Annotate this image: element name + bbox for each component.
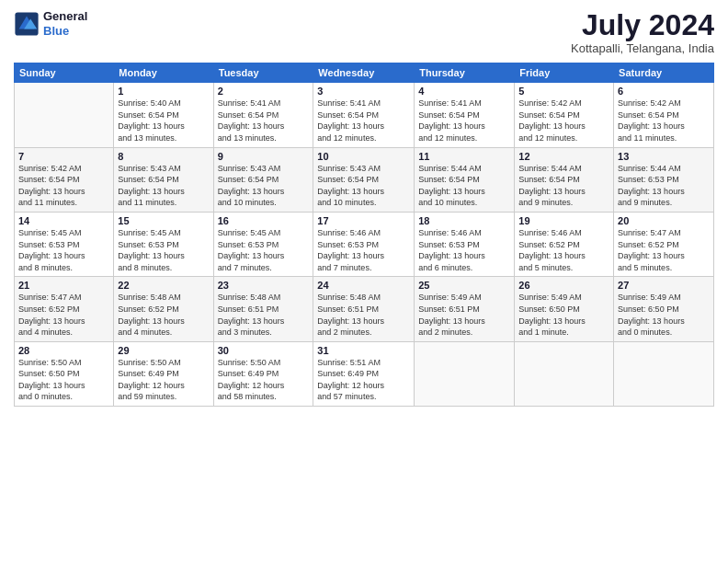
calendar-cell: 17Sunrise: 5:46 AMSunset: 6:53 PMDayligh…	[313, 212, 415, 276]
calendar-day-header: Sunday	[15, 63, 114, 83]
day-number: 26	[518, 280, 609, 291]
day-info: Sunrise: 5:50 AMSunset: 6:50 PMDaylight:…	[18, 357, 109, 403]
calendar-cell: 24Sunrise: 5:48 AMSunset: 6:51 PMDayligh…	[313, 277, 415, 341]
day-info: Sunrise: 5:45 AMSunset: 6:53 PMDaylight:…	[218, 227, 310, 273]
calendar-cell: 13Sunrise: 5:44 AMSunset: 6:53 PMDayligh…	[614, 147, 714, 212]
day-number: 18	[418, 215, 510, 226]
day-number: 3	[317, 86, 410, 97]
day-number: 10	[317, 151, 410, 162]
day-number: 21	[18, 280, 109, 291]
day-info: Sunrise: 5:47 AMSunset: 6:52 PMDaylight:…	[18, 292, 109, 338]
calendar-day-header: Thursday	[415, 63, 515, 83]
day-info: Sunrise: 5:50 AMSunset: 6:49 PMDaylight:…	[218, 357, 310, 403]
calendar-header-row: SundayMondayTuesdayWednesdayThursdayFrid…	[15, 63, 714, 83]
page: General Blue July 2024 Kottapalli, Telan…	[0, 0, 728, 563]
logo: General Blue	[14, 9, 87, 38]
day-number: 2	[218, 86, 310, 97]
calendar-week-row: 21Sunrise: 5:47 AMSunset: 6:52 PMDayligh…	[15, 277, 714, 341]
day-info: Sunrise: 5:41 AMSunset: 6:54 PMDaylight:…	[218, 98, 310, 144]
calendar-cell: 28Sunrise: 5:50 AMSunset: 6:50 PMDayligh…	[15, 341, 114, 406]
logo-text: General Blue	[43, 9, 87, 38]
calendar-cell	[515, 341, 614, 406]
day-info: Sunrise: 5:40 AMSunset: 6:54 PMDaylight:…	[118, 98, 209, 144]
calendar-cell: 9Sunrise: 5:43 AMSunset: 6:54 PMDaylight…	[213, 147, 313, 212]
day-info: Sunrise: 5:44 AMSunset: 6:54 PMDaylight:…	[518, 163, 609, 209]
calendar-cell: 1Sunrise: 5:40 AMSunset: 6:54 PMDaylight…	[114, 83, 213, 147]
day-number: 6	[618, 86, 710, 97]
day-number: 28	[18, 345, 109, 356]
day-number: 8	[118, 151, 209, 162]
day-info: Sunrise: 5:48 AMSunset: 6:51 PMDaylight:…	[218, 292, 310, 338]
calendar-cell: 2Sunrise: 5:41 AMSunset: 6:54 PMDaylight…	[213, 83, 313, 147]
day-number: 9	[218, 151, 310, 162]
day-number: 11	[418, 151, 510, 162]
calendar-cell: 23Sunrise: 5:48 AMSunset: 6:51 PMDayligh…	[213, 277, 313, 341]
title-block: July 2024 Kottapalli, Telangana, India	[571, 9, 714, 55]
day-info: Sunrise: 5:42 AMSunset: 6:54 PMDaylight:…	[518, 98, 609, 144]
calendar-cell: 26Sunrise: 5:49 AMSunset: 6:50 PMDayligh…	[515, 277, 614, 341]
day-info: Sunrise: 5:50 AMSunset: 6:49 PMDaylight:…	[118, 357, 209, 403]
day-number: 24	[317, 280, 410, 291]
logo-line1: General	[43, 9, 87, 24]
calendar-cell	[15, 83, 114, 147]
day-number: 15	[118, 215, 209, 226]
day-number: 19	[518, 215, 609, 226]
day-number: 31	[317, 345, 410, 356]
day-info: Sunrise: 5:42 AMSunset: 6:54 PMDaylight:…	[618, 98, 710, 144]
day-number: 22	[118, 280, 209, 291]
day-number: 14	[18, 215, 109, 226]
day-info: Sunrise: 5:45 AMSunset: 6:53 PMDaylight:…	[118, 227, 209, 273]
calendar-cell: 4Sunrise: 5:41 AMSunset: 6:54 PMDaylight…	[415, 83, 515, 147]
calendar-cell: 21Sunrise: 5:47 AMSunset: 6:52 PMDayligh…	[15, 277, 114, 341]
day-info: Sunrise: 5:43 AMSunset: 6:54 PMDaylight:…	[218, 163, 310, 209]
calendar-cell: 22Sunrise: 5:48 AMSunset: 6:52 PMDayligh…	[114, 277, 213, 341]
day-info: Sunrise: 5:49 AMSunset: 6:50 PMDaylight:…	[618, 292, 710, 338]
logo-line2: Blue	[43, 24, 69, 38]
day-number: 16	[218, 215, 310, 226]
calendar-cell: 29Sunrise: 5:50 AMSunset: 6:49 PMDayligh…	[114, 341, 213, 406]
calendar-cell: 6Sunrise: 5:42 AMSunset: 6:54 PMDaylight…	[614, 83, 714, 147]
calendar-week-row: 28Sunrise: 5:50 AMSunset: 6:50 PMDayligh…	[15, 341, 714, 406]
calendar-week-row: 14Sunrise: 5:45 AMSunset: 6:53 PMDayligh…	[15, 212, 714, 276]
calendar-day-header: Wednesday	[313, 63, 415, 83]
day-number: 17	[317, 215, 410, 226]
day-info: Sunrise: 5:43 AMSunset: 6:54 PMDaylight:…	[317, 163, 410, 209]
calendar-day-header: Saturday	[614, 63, 714, 83]
day-number: 20	[618, 215, 710, 226]
day-info: Sunrise: 5:44 AMSunset: 6:54 PMDaylight:…	[418, 163, 510, 209]
calendar-cell: 20Sunrise: 5:47 AMSunset: 6:52 PMDayligh…	[614, 212, 714, 276]
calendar-cell: 10Sunrise: 5:43 AMSunset: 6:54 PMDayligh…	[313, 147, 415, 212]
calendar-cell: 18Sunrise: 5:46 AMSunset: 6:53 PMDayligh…	[415, 212, 515, 276]
day-info: Sunrise: 5:46 AMSunset: 6:53 PMDaylight:…	[418, 227, 510, 273]
calendar-cell: 27Sunrise: 5:49 AMSunset: 6:50 PMDayligh…	[614, 277, 714, 341]
day-number: 30	[218, 345, 310, 356]
day-number: 25	[418, 280, 510, 291]
calendar-day-header: Monday	[114, 63, 213, 83]
calendar-cell: 14Sunrise: 5:45 AMSunset: 6:53 PMDayligh…	[15, 212, 114, 276]
day-number: 12	[518, 151, 609, 162]
day-number: 29	[118, 345, 209, 356]
day-info: Sunrise: 5:46 AMSunset: 6:52 PMDaylight:…	[518, 227, 609, 273]
day-info: Sunrise: 5:41 AMSunset: 6:54 PMDaylight:…	[418, 98, 510, 144]
calendar-cell: 19Sunrise: 5:46 AMSunset: 6:52 PMDayligh…	[515, 212, 614, 276]
calendar-cell: 16Sunrise: 5:45 AMSunset: 6:53 PMDayligh…	[213, 212, 313, 276]
calendar-cell: 30Sunrise: 5:50 AMSunset: 6:49 PMDayligh…	[213, 341, 313, 406]
calendar-cell: 11Sunrise: 5:44 AMSunset: 6:54 PMDayligh…	[415, 147, 515, 212]
calendar-week-row: 7Sunrise: 5:42 AMSunset: 6:54 PMDaylight…	[15, 147, 714, 212]
calendar-day-header: Tuesday	[213, 63, 313, 83]
day-info: Sunrise: 5:49 AMSunset: 6:51 PMDaylight:…	[418, 292, 510, 338]
calendar-day-header: Friday	[515, 63, 614, 83]
day-info: Sunrise: 5:43 AMSunset: 6:54 PMDaylight:…	[118, 163, 209, 209]
calendar: SundayMondayTuesdayWednesdayThursdayFrid…	[14, 63, 714, 407]
calendar-week-row: 1Sunrise: 5:40 AMSunset: 6:54 PMDaylight…	[15, 83, 714, 147]
day-number: 13	[618, 151, 710, 162]
day-info: Sunrise: 5:48 AMSunset: 6:52 PMDaylight:…	[118, 292, 209, 338]
day-info: Sunrise: 5:44 AMSunset: 6:53 PMDaylight:…	[618, 163, 710, 209]
calendar-cell: 3Sunrise: 5:41 AMSunset: 6:54 PMDaylight…	[313, 83, 415, 147]
calendar-cell: 8Sunrise: 5:43 AMSunset: 6:54 PMDaylight…	[114, 147, 213, 212]
logo-icon	[14, 11, 40, 37]
calendar-cell: 15Sunrise: 5:45 AMSunset: 6:53 PMDayligh…	[114, 212, 213, 276]
calendar-cell: 5Sunrise: 5:42 AMSunset: 6:54 PMDaylight…	[515, 83, 614, 147]
subtitle: Kottapalli, Telangana, India	[571, 41, 714, 55]
day-info: Sunrise: 5:51 AMSunset: 6:49 PMDaylight:…	[317, 357, 410, 403]
